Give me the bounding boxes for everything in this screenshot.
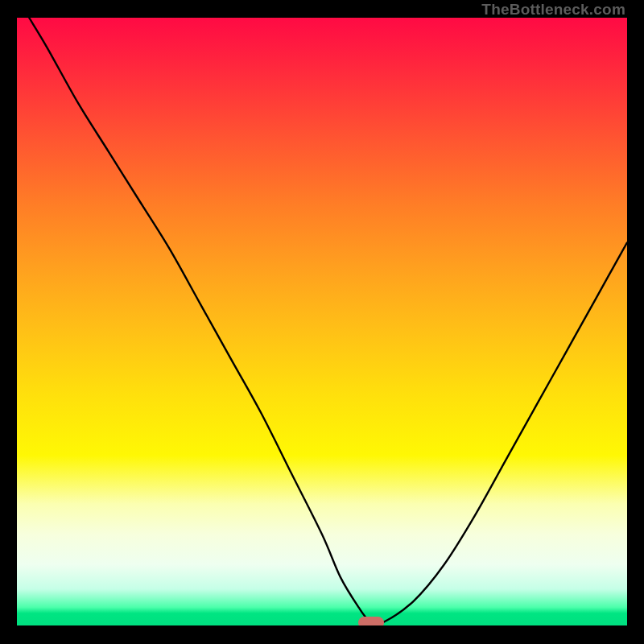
bottleneck-curve [17,18,627,625]
curve-path [29,18,627,625]
watermark-text: TheBottleneck.com [481,1,625,19]
plot-area [17,18,627,625]
optimal-marker [358,617,384,625]
outer-frame: TheBottleneck.com [0,0,644,644]
